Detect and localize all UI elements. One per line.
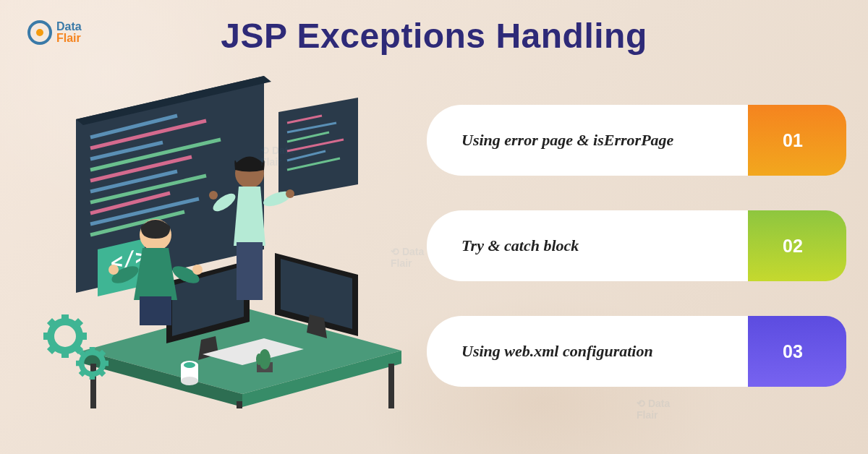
svg-rect-24 xyxy=(90,364,96,408)
svg-point-40 xyxy=(256,354,262,365)
svg-rect-59 xyxy=(78,333,87,340)
svg-rect-26 xyxy=(237,401,242,408)
svg-point-55 xyxy=(51,322,80,351)
list-item-number: 03 xyxy=(739,316,846,387)
svg-rect-43 xyxy=(140,296,171,325)
logo-text: Data Flair xyxy=(56,21,82,44)
svg-point-36 xyxy=(181,377,198,385)
svg-point-54 xyxy=(286,189,294,198)
svg-marker-12 xyxy=(278,98,358,199)
logo-icon xyxy=(27,20,52,45)
logo-text-bottom: Flair xyxy=(56,33,82,44)
svg-rect-50 xyxy=(237,242,263,300)
svg-rect-66 xyxy=(90,373,95,380)
methods-list: Using error page & isErrorPage 01 Try & … xyxy=(427,105,846,387)
svg-point-47 xyxy=(192,265,203,275)
list-item-label: Using web.xml configuration xyxy=(427,316,748,387)
list-item: Using error page & isErrorPage 01 xyxy=(427,105,846,176)
page-title: JSP Exceptions Handling xyxy=(221,16,647,56)
svg-rect-58 xyxy=(43,333,52,340)
svg-marker-49 xyxy=(234,187,265,246)
list-item-number: 02 xyxy=(739,210,846,281)
svg-point-37 xyxy=(184,362,195,368)
list-item-label: Try & catch block xyxy=(427,210,748,281)
svg-rect-68 xyxy=(102,361,109,367)
list-item-label: Using error page & isErrorPage xyxy=(427,105,748,176)
svg-point-46 xyxy=(109,265,119,275)
brand-logo: Data Flair xyxy=(27,20,82,45)
svg-rect-56 xyxy=(61,314,69,323)
list-item-number: 01 xyxy=(739,105,846,176)
list-item: Using web.xml configuration 03 xyxy=(427,316,846,387)
svg-rect-67 xyxy=(76,361,82,367)
list-item: Try & catch block 02 xyxy=(427,210,846,281)
svg-rect-65 xyxy=(90,347,95,354)
logo-text-top: Data xyxy=(56,21,82,33)
svg-point-53 xyxy=(209,191,218,200)
coding-illustration: </> xyxy=(25,76,409,408)
svg-rect-25 xyxy=(388,364,394,408)
svg-rect-57 xyxy=(61,349,69,358)
